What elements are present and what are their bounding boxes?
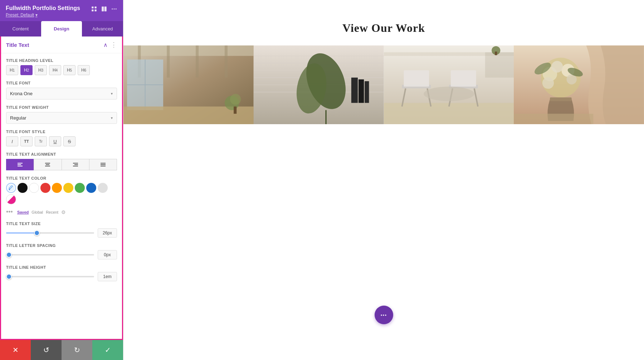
style-capitalize[interactable]: Tr (35, 136, 47, 146)
color-swatches (6, 183, 117, 204)
eyedropper-swatch[interactable] (6, 183, 16, 193)
text-size-value[interactable]: 26px (98, 228, 117, 238)
line-height-slider-row: 1em (6, 272, 117, 281)
font-weight-select[interactable]: Regular (6, 112, 117, 124)
align-left[interactable] (6, 159, 34, 170)
color-eraser[interactable] (6, 194, 16, 204)
fab-button[interactable]: ●●● (375, 306, 393, 324)
redo-button[interactable]: ↻ (62, 340, 92, 360)
line-height-label: Title Line Height (6, 265, 117, 269)
align-center[interactable] (34, 159, 61, 170)
svg-rect-73 (514, 114, 593, 124)
portfolio-item-1[interactable] (123, 45, 254, 124)
style-uppercase[interactable]: TT (20, 136, 33, 146)
portfolio-item-3[interactable] (384, 45, 514, 124)
section-menu-icon[interactable]: ⋮ (111, 41, 117, 49)
line-height-value[interactable]: 1em (98, 272, 117, 281)
sidebar-header: Fullwidth Portfolio Settings Preset: Def… (0, 0, 123, 21)
svg-rect-5 (104, 6, 107, 11)
svg-rect-72 (550, 97, 572, 101)
svg-rect-27 (225, 45, 228, 78)
columns-icon[interactable] (101, 6, 107, 12)
text-size-group: Title Text Size 26px (6, 222, 117, 238)
font-select-wrapper: Krona One (6, 88, 117, 99)
color-yellow[interactable] (63, 183, 73, 193)
style-buttons: I TT Tr U S (6, 136, 117, 146)
style-strikethrough[interactable]: S (63, 136, 75, 146)
svg-rect-4 (102, 6, 104, 11)
sidebar-header-icons (91, 6, 117, 12)
color-settings-icon[interactable]: ⚙ (61, 209, 66, 215)
color-light[interactable] (98, 183, 108, 193)
sidebar-toolbar: ✕ ↺ ↻ ✓ (0, 340, 123, 360)
heading-level-label: Title Heading Level (6, 58, 117, 63)
svg-rect-2 (92, 10, 93, 11)
color-tab-global[interactable]: Global (31, 210, 43, 214)
svg-rect-25 (167, 45, 170, 78)
font-group: Title Font Krona One (6, 81, 117, 99)
more-icon[interactable] (111, 6, 117, 12)
heading-h6[interactable]: H6 (78, 65, 90, 75)
color-tab-recent[interactable]: Recent (46, 210, 58, 214)
tab-design[interactable]: Design (41, 21, 82, 37)
color-blue[interactable] (86, 183, 96, 193)
letter-spacing-group: Title Letter Spacing 0px (6, 243, 117, 259)
svg-rect-46 (358, 79, 364, 103)
letter-spacing-slider-row: 0px (6, 250, 117, 259)
sidebar: Fullwidth Portfolio Settings Preset: Def… (0, 0, 123, 360)
main-content: View Our Work (123, 0, 644, 360)
svg-rect-34 (234, 107, 236, 114)
sidebar-preset[interactable]: Preset: Default ▾ (6, 13, 80, 18)
font-select[interactable]: Krona One (6, 88, 117, 99)
text-size-label: Title Text Size (6, 222, 117, 226)
svg-point-6 (112, 9, 113, 10)
cancel-button[interactable]: ✕ (0, 340, 31, 360)
sidebar-panel: Title Text ∧ ⋮ Title Heading Level H1 H2… (0, 37, 123, 340)
color-black[interactable] (18, 183, 28, 193)
font-weight-label: Title Font Weight (6, 105, 117, 110)
heading-h1[interactable]: H1 (6, 65, 18, 75)
sidebar-tabs: Content Design Advanced (0, 21, 123, 37)
text-alignment-label: Title Text Alignment (6, 152, 117, 156)
text-color-group: Title Text Color ••• (6, 176, 117, 216)
color-red[interactable] (40, 183, 50, 193)
tab-advanced[interactable]: Advanced (82, 21, 123, 37)
save-button[interactable]: ✓ (92, 340, 123, 360)
portfolio-item-2[interactable] (254, 45, 384, 124)
color-green[interactable] (75, 183, 85, 193)
panel-body: Title Heading Level H1 H2 H3 H4 H5 H6 Ti… (1, 53, 122, 286)
align-justify[interactable] (89, 159, 117, 170)
align-buttons (6, 159, 117, 170)
portfolio-grid (123, 45, 644, 124)
style-underline[interactable]: U (49, 136, 61, 146)
color-more-dots[interactable]: ••• (6, 208, 13, 216)
line-height-track[interactable] (6, 276, 94, 277)
section-title: Title Text (6, 42, 29, 48)
line-height-group: Title Line Height 1em (6, 265, 117, 281)
collapse-icon[interactable]: ∧ (103, 42, 108, 48)
heading-h4[interactable]: H4 (49, 65, 61, 75)
font-weight-select-wrapper: Regular (6, 112, 117, 124)
svg-point-8 (116, 9, 117, 10)
letter-spacing-track[interactable] (6, 254, 94, 256)
section-header: Title Text ∧ ⋮ (1, 37, 122, 53)
color-white[interactable] (29, 183, 39, 193)
color-tab-saved[interactable]: Saved (17, 210, 29, 214)
tab-content[interactable]: Content (0, 21, 41, 37)
heading-h3[interactable]: H3 (35, 65, 47, 75)
style-italic[interactable]: I (6, 136, 18, 146)
heading-h2[interactable]: H2 (20, 65, 33, 75)
grid-icon[interactable] (91, 6, 97, 12)
undo-button[interactable]: ↺ (31, 340, 62, 360)
heading-h5[interactable]: H5 (63, 65, 75, 75)
text-color-label: Title Text Color (6, 176, 117, 180)
portfolio-item-4[interactable] (514, 45, 644, 124)
letter-spacing-value[interactable]: 0px (98, 250, 117, 259)
letter-spacing-label: Title Letter Spacing (6, 243, 117, 248)
color-orange[interactable] (52, 183, 62, 193)
portfolio-image-1 (123, 45, 254, 124)
text-size-track[interactable] (6, 232, 94, 234)
align-right[interactable] (62, 159, 89, 170)
svg-rect-47 (365, 81, 369, 103)
sidebar-title: Fullwidth Portfolio Settings (6, 5, 80, 11)
